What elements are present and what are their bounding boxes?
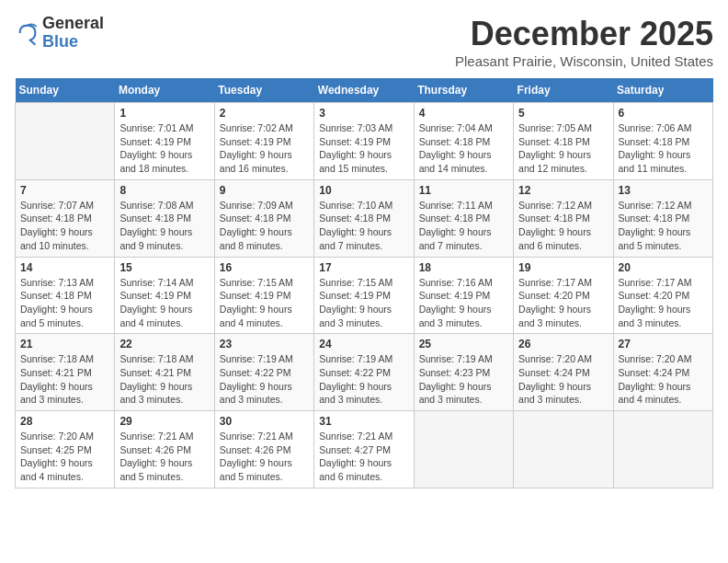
calendar-cell: 18Sunrise: 7:16 AMSunset: 4:19 PMDayligh… (414, 257, 513, 334)
logo-icon (15, 20, 40, 46)
calendar-header-saturday: Saturday (613, 78, 712, 103)
day-info: Sunrise: 7:07 AMSunset: 4:18 PMDaylight:… (20, 199, 109, 253)
calendar-cell (514, 411, 613, 488)
day-number: 2 (220, 107, 309, 120)
calendar-week-5: 28Sunrise: 7:20 AMSunset: 4:25 PMDayligh… (16, 411, 713, 488)
day-number: 22 (119, 338, 209, 350)
calendar-header-friday: Friday (514, 78, 613, 103)
calendar-cell: 20Sunrise: 7:17 AMSunset: 4:20 PMDayligh… (613, 257, 712, 334)
day-info: Sunrise: 7:09 AMSunset: 4:18 PMDaylight:… (220, 199, 309, 253)
day-info: Sunrise: 7:01 AMSunset: 4:19 PMDaylight:… (119, 121, 209, 176)
day-info: Sunrise: 7:03 AMSunset: 4:19 PMDaylight:… (319, 121, 408, 176)
day-number: 25 (419, 338, 508, 350)
day-info: Sunrise: 7:21 AMSunset: 4:26 PMDaylight:… (119, 430, 209, 484)
day-info: Sunrise: 7:14 AMSunset: 4:19 PMDaylight:… (119, 276, 209, 330)
day-number: 9 (220, 184, 309, 197)
day-number: 16 (220, 261, 309, 274)
day-info: Sunrise: 7:10 AMSunset: 4:18 PMDaylight:… (319, 199, 408, 253)
day-info: Sunrise: 7:20 AMSunset: 4:24 PMDaylight:… (518, 352, 608, 407)
calendar-cell: 28Sunrise: 7:20 AMSunset: 4:25 PMDayligh… (16, 411, 115, 488)
calendar-cell (16, 103, 115, 180)
day-info: Sunrise: 7:13 AMSunset: 4:18 PMDaylight:… (20, 276, 109, 330)
day-info: Sunrise: 7:16 AMSunset: 4:19 PMDaylight:… (419, 276, 508, 330)
calendar-header-monday: Monday (115, 78, 214, 103)
calendar-cell: 5Sunrise: 7:05 AMSunset: 4:18 PMDaylight… (514, 103, 613, 180)
day-number: 10 (319, 184, 408, 197)
calendar: SundayMondayTuesdayWednesdayThursdayFrid… (15, 78, 713, 488)
day-info: Sunrise: 7:08 AMSunset: 4:18 PMDaylight:… (119, 199, 209, 253)
day-info: Sunrise: 7:12 AMSunset: 4:18 PMDaylight:… (518, 199, 608, 253)
calendar-cell: 17Sunrise: 7:15 AMSunset: 4:19 PMDayligh… (314, 257, 414, 334)
logo-text: General Blue (42, 15, 104, 52)
calendar-cell: 27Sunrise: 7:20 AMSunset: 4:24 PMDayligh… (613, 334, 712, 411)
calendar-cell: 3Sunrise: 7:03 AMSunset: 4:19 PMDaylight… (314, 103, 414, 180)
day-number: 7 (20, 184, 109, 197)
calendar-cell: 11Sunrise: 7:11 AMSunset: 4:18 PMDayligh… (414, 179, 513, 257)
day-info: Sunrise: 7:18 AMSunset: 4:21 PMDaylight:… (119, 352, 209, 407)
calendar-cell: 10Sunrise: 7:10 AMSunset: 4:18 PMDayligh… (314, 179, 414, 257)
day-number: 17 (319, 261, 408, 274)
calendar-cell: 22Sunrise: 7:18 AMSunset: 4:21 PMDayligh… (115, 334, 214, 411)
day-number: 12 (518, 184, 608, 197)
day-number: 26 (518, 338, 608, 350)
calendar-week-2: 7Sunrise: 7:07 AMSunset: 4:18 PMDaylight… (16, 179, 713, 257)
day-number: 6 (619, 107, 708, 120)
day-info: Sunrise: 7:18 AMSunset: 4:21 PMDaylight:… (20, 352, 109, 407)
day-number: 21 (20, 338, 109, 350)
day-number: 3 (319, 107, 408, 120)
calendar-week-3: 14Sunrise: 7:13 AMSunset: 4:18 PMDayligh… (16, 257, 713, 334)
logo-general: General (42, 15, 104, 33)
calendar-cell (414, 411, 513, 488)
day-info: Sunrise: 7:02 AMSunset: 4:19 PMDaylight:… (220, 121, 309, 176)
day-number: 20 (619, 261, 708, 274)
day-number: 23 (220, 338, 309, 350)
day-number: 27 (619, 338, 708, 350)
calendar-week-4: 21Sunrise: 7:18 AMSunset: 4:21 PMDayligh… (16, 334, 713, 411)
day-info: Sunrise: 7:20 AMSunset: 4:24 PMDaylight:… (619, 352, 708, 407)
day-number: 15 (119, 261, 209, 274)
calendar-week-1: 1Sunrise: 7:01 AMSunset: 4:19 PMDaylight… (16, 103, 713, 180)
calendar-cell: 9Sunrise: 7:09 AMSunset: 4:18 PMDaylight… (214, 179, 313, 257)
location: Pleasant Prairie, Wisconsin, United Stat… (455, 53, 713, 69)
day-info: Sunrise: 7:05 AMSunset: 4:18 PMDaylight:… (518, 121, 608, 176)
month-title: December 2025 (455, 15, 713, 53)
day-number: 31 (319, 415, 408, 428)
day-number: 13 (619, 184, 708, 197)
logo-blue: Blue (42, 33, 104, 52)
title-section: December 2025 Pleasant Prairie, Wisconsi… (455, 15, 713, 69)
day-info: Sunrise: 7:15 AMSunset: 4:19 PMDaylight:… (220, 276, 309, 330)
calendar-header-tuesday: Tuesday (214, 78, 313, 103)
day-number: 14 (20, 261, 109, 274)
day-number: 30 (220, 415, 309, 428)
calendar-cell: 30Sunrise: 7:21 AMSunset: 4:26 PMDayligh… (214, 411, 313, 488)
calendar-cell: 16Sunrise: 7:15 AMSunset: 4:19 PMDayligh… (214, 257, 313, 334)
page-header: General Blue December 2025 Pleasant Prai… (15, 15, 713, 69)
day-info: Sunrise: 7:19 AMSunset: 4:22 PMDaylight:… (220, 352, 309, 407)
calendar-cell: 31Sunrise: 7:21 AMSunset: 4:27 PMDayligh… (314, 411, 414, 488)
calendar-cell: 24Sunrise: 7:19 AMSunset: 4:22 PMDayligh… (314, 334, 414, 411)
day-number: 8 (119, 184, 209, 197)
day-number: 29 (119, 415, 209, 428)
calendar-header-thursday: Thursday (414, 78, 513, 103)
day-info: Sunrise: 7:21 AMSunset: 4:27 PMDaylight:… (319, 430, 408, 484)
day-info: Sunrise: 7:17 AMSunset: 4:20 PMDaylight:… (518, 276, 608, 330)
day-info: Sunrise: 7:20 AMSunset: 4:25 PMDaylight:… (20, 430, 109, 484)
calendar-cell: 13Sunrise: 7:12 AMSunset: 4:18 PMDayligh… (613, 179, 712, 257)
day-info: Sunrise: 7:04 AMSunset: 4:18 PMDaylight:… (419, 121, 508, 176)
calendar-cell: 8Sunrise: 7:08 AMSunset: 4:18 PMDaylight… (115, 179, 214, 257)
day-info: Sunrise: 7:12 AMSunset: 4:18 PMDaylight:… (619, 199, 708, 253)
calendar-cell (613, 411, 712, 488)
calendar-header-wednesday: Wednesday (314, 78, 414, 103)
calendar-cell: 29Sunrise: 7:21 AMSunset: 4:26 PMDayligh… (115, 411, 214, 488)
day-number: 19 (518, 261, 608, 274)
calendar-cell: 19Sunrise: 7:17 AMSunset: 4:20 PMDayligh… (514, 257, 613, 334)
calendar-cell: 15Sunrise: 7:14 AMSunset: 4:19 PMDayligh… (115, 257, 214, 334)
day-number: 28 (20, 415, 109, 428)
day-info: Sunrise: 7:17 AMSunset: 4:20 PMDaylight:… (619, 276, 708, 330)
calendar-cell: 1Sunrise: 7:01 AMSunset: 4:19 PMDaylight… (115, 103, 214, 180)
day-number: 24 (319, 338, 408, 350)
day-info: Sunrise: 7:11 AMSunset: 4:18 PMDaylight:… (419, 199, 508, 253)
day-info: Sunrise: 7:19 AMSunset: 4:23 PMDaylight:… (419, 352, 508, 407)
day-number: 1 (119, 107, 209, 120)
day-info: Sunrise: 7:21 AMSunset: 4:26 PMDaylight:… (220, 430, 309, 484)
